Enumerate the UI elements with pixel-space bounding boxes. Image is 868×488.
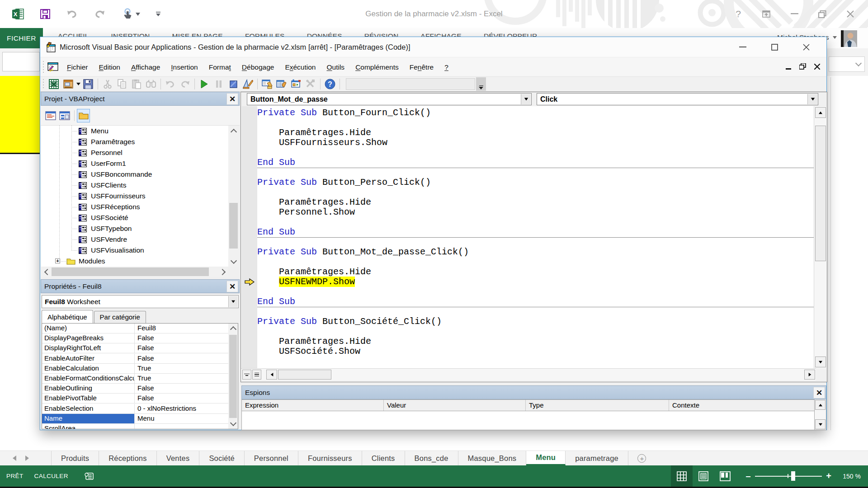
property-row-scrollarea[interactable]: ScrollArea [42,424,238,429]
menu-bar-grip[interactable] [43,61,45,73]
zoom-slider[interactable] [755,465,822,487]
scroll-down-icon[interactable] [815,419,826,429]
tree-item-personnel[interactable]: Personnel [41,147,228,158]
sheet-tab-personnel[interactable]: Personnel [245,451,298,465]
formula-bar-expand-button[interactable] [829,56,865,72]
excel-logo-icon[interactable]: X [10,6,26,22]
mdi-minimize-icon[interactable] [786,63,791,71]
property-row-enableautofilter[interactable]: EnableAutoFilterFalse [42,354,238,364]
menu-format[interactable]: Format [203,61,236,73]
property-row-displayrighttoleft[interactable]: DisplayRightToLeftFalse [42,343,238,353]
sheet-tab-menu[interactable]: Menu [526,451,566,465]
ribbon-display-options-icon[interactable] [752,0,780,28]
vba-undo-icon[interactable] [165,78,176,90]
save-icon[interactable] [37,6,53,22]
scroll-down-icon[interactable] [815,357,826,367]
watches-vertical-scrollbar[interactable] [814,399,826,430]
combo-dropdown-icon[interactable] [807,94,817,104]
mdi-close-icon[interactable] [814,63,820,71]
object-browser-icon[interactable] [290,78,302,90]
new-sheet-button[interactable]: + [628,451,656,465]
menu-outils[interactable]: Outils [321,61,350,73]
tree-item-usfsociété[interactable]: USFSociété [41,212,228,223]
zoom-slider-thumb[interactable] [791,471,795,481]
tree-item-usfréceptions[interactable]: USFRéceptions [41,202,228,212]
worksheet-left-strip[interactable] [0,76,40,450]
scroll-up-icon[interactable] [228,324,238,333]
scroll-left-icon[interactable] [266,370,277,380]
sheet-tab-ventes[interactable]: Ventes [157,451,200,465]
combo-dropdown-icon[interactable] [228,296,238,307]
break-icon[interactable] [213,78,225,90]
code-vertical-scrollbar[interactable] [814,106,826,368]
watches-panel-close-icon[interactable]: ✕ [813,387,825,399]
menu-dbogage[interactable]: Débogage [236,61,280,73]
tree-item-usfboncommande[interactable]: USFBoncommande [41,169,228,180]
vba-redo-icon[interactable] [179,78,191,90]
menu-complments[interactable]: Compléments [350,61,404,73]
tree-item-usftypebon[interactable]: USFTypebon [41,223,228,234]
tree-item-paramêtrages[interactable]: Paramêtrages [41,136,228,147]
scrollbar-thumb[interactable] [229,203,238,249]
full-module-view-icon[interactable] [252,370,261,380]
project-tree-vertical-scrollbar[interactable] [228,126,239,267]
scroll-down-icon[interactable] [228,419,238,429]
watches-body[interactable] [241,411,826,430]
property-row-enablepivottable[interactable]: EnablePivotTableFalse [42,394,238,404]
scroll-up-icon[interactable] [815,400,826,410]
view-object-icon[interactable] [58,109,71,122]
toolbar-grip[interactable] [43,79,45,89]
zoom-out-button[interactable]: – [741,471,755,481]
code-horizontal-scrollbar[interactable] [241,368,816,380]
tree-item-userform1[interactable]: UserForm1 [41,158,228,169]
property-row-displaypagebreaks[interactable]: DisplayPageBreaksFalse [42,333,238,343]
normal-view-button[interactable] [671,465,693,487]
properties-panel-close-icon[interactable]: ✕ [226,281,238,292]
code-editor[interactable]: Private Sub Button_Fourn_Click() Paramêt… [242,106,814,368]
watch-column-contexte[interactable]: Contexte [669,400,826,411]
insert-userform-icon[interactable] [62,78,74,90]
yellow-cells[interactable] [0,76,40,154]
sheet-tab-masque_bons[interactable]: Masque_Bons [458,451,527,465]
view-microsoft-excel-icon[interactable] [48,78,60,90]
watch-column-valeur[interactable]: Valeur [384,400,526,411]
touch-mode-icon[interactable] [118,6,143,22]
ribbon-tab-fichier[interactable]: FICHIER [0,28,43,48]
menu-?[interactable]: ? [439,61,454,73]
macro-record-icon[interactable] [85,473,94,480]
properties-window-icon[interactable] [276,78,288,90]
sheet-tab-produits[interactable]: Produits [51,451,99,465]
page-layout-view-button[interactable] [693,465,714,487]
next-sheet-icon[interactable] [25,455,29,461]
menu-fentre[interactable]: Fenêtre [404,61,439,73]
tree-item-usfvendre[interactable]: USFVendre [41,234,228,245]
undo-icon[interactable] [64,6,80,22]
vba-title-bar[interactable]: Microsoft Visual Basic pour Applications… [40,37,826,57]
tab-alphabetic[interactable]: Alphabétique [42,310,93,323]
project-tree-horizontal-scrollbar[interactable] [41,267,228,277]
cut-icon[interactable] [102,78,113,90]
menu-insertion[interactable]: Insertion [165,61,203,73]
tab-categorized[interactable]: Par catégorie [94,311,146,323]
minimize-icon[interactable] [780,0,808,28]
zoom-level[interactable]: 150 % [835,473,868,480]
sheet-tab-réceptions[interactable]: Réceptions [99,451,157,465]
sheet-tab-clients[interactable]: Clients [362,451,405,465]
menu-affichage[interactable]: Affichage [126,61,165,73]
vba-minimize-icon[interactable] [727,37,759,57]
status-calculate[interactable]: CALCULER [34,473,68,479]
scrollbar-thumb[interactable] [229,335,237,418]
scrollbar-thumb[interactable] [52,267,209,276]
scroll-right-icon[interactable] [218,267,228,277]
tree-item-menu[interactable]: Menu [41,126,228,136]
previous-sheet-icon[interactable] [13,455,16,461]
property-row-enableselection[interactable]: EnableSelection0 - xlNoRestrictions [42,404,238,414]
toolbox-icon[interactable] [305,78,316,90]
copy-icon[interactable] [116,78,128,90]
sheet-tab-fournisseurs[interactable]: Fournisseurs [298,451,362,465]
property-row-name[interactable]: (Name)Feuil8 [42,324,238,333]
scrollbar-thumb[interactable] [815,126,826,261]
close-icon[interactable] [836,0,864,28]
project-explorer-icon[interactable] [261,78,273,90]
toggle-folders-icon[interactable] [77,109,90,122]
